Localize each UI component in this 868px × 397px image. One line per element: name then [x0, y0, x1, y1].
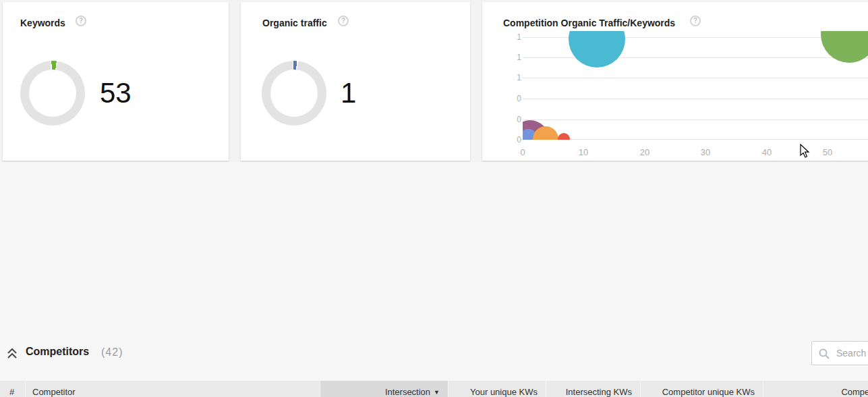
gridline: [523, 99, 868, 99]
header-intersection-sorted[interactable]: Intersection▼: [320, 381, 449, 397]
table-header-row: # Competitor Intersection▼ Your unique K…: [0, 381, 868, 397]
competition-card-title: Competition Organic Traffic/Keywords: [503, 18, 675, 28]
keywords-donut-chart: [20, 61, 85, 126]
y-tick-label: 0: [502, 135, 521, 144]
help-icon[interactable]: ?: [338, 16, 349, 26]
search-box: [811, 341, 868, 365]
x-tick-label: 30: [701, 147, 710, 157]
header-competitor-unique-kws[interactable]: Competitor unique KWs: [641, 381, 763, 397]
competitors-count: (42): [101, 346, 123, 359]
y-tick-label: 0: [502, 115, 521, 124]
gridline: [523, 139, 868, 140]
keywords-card-title: Keywords: [20, 18, 65, 28]
x-tick-label: 50: [823, 147, 832, 157]
help-icon[interactable]: ?: [690, 16, 701, 26]
organic-traffic-card: Organic traffic ? 1: [241, 2, 470, 161]
mouse-cursor: [800, 144, 811, 159]
x-tick-label: 0: [520, 147, 525, 157]
y-tick-label: 1: [502, 53, 521, 62]
gridline: [523, 78, 868, 78]
competition-chart-card: Competition Organic Traffic/Keywords ? 1…: [482, 2, 868, 161]
y-axis-labels: 111000: [502, 2, 521, 161]
gridline: [523, 120, 868, 120]
sort-desc-icon: ▼: [434, 389, 440, 396]
x-tick-label: 10: [579, 147, 588, 157]
bubble-teal: [569, 31, 625, 68]
search-input[interactable]: [836, 342, 868, 364]
x-tick-label: 20: [640, 147, 649, 157]
y-tick-label: 0: [502, 94, 521, 103]
keywords-value: 53: [100, 77, 132, 109]
header-competitor[interactable]: Competitor: [26, 381, 320, 397]
bubble-chart-plot-area: [523, 31, 868, 140]
competitors-title: Competitors: [26, 346, 89, 358]
header-intersecting-kws[interactable]: Intersecting KWs: [546, 381, 641, 397]
seo-competitors-dashboard: { "colors": { "accent_green": "#6cb234",…: [0, 0, 868, 397]
search-icon: [819, 348, 830, 359]
organic-traffic-value: 1: [341, 77, 356, 109]
gridline: [523, 57, 868, 58]
competitors-panel: Competitors (42) # Competitor Intersecti…: [0, 162, 868, 397]
y-tick-label: 1: [502, 32, 521, 42]
header-number[interactable]: #: [0, 381, 26, 397]
keywords-card: Keywords ? 53: [3, 2, 229, 161]
help-icon[interactable]: ?: [76, 16, 86, 26]
bubble-red: [558, 133, 570, 140]
x-tick-label: 40: [762, 147, 772, 157]
header-competitor-total[interactable]: Competitor: [763, 381, 868, 397]
competitors-table: # Competitor Intersection▼ Your unique K…: [0, 381, 868, 397]
y-tick-label: 1: [502, 73, 521, 82]
collapse-section-icon[interactable]: [7, 348, 18, 359]
organic-traffic-card-title: Organic traffic: [262, 18, 327, 28]
organic-traffic-donut-chart: [262, 61, 326, 126]
header-your-unique-kws[interactable]: Your unique KWs: [449, 381, 546, 397]
